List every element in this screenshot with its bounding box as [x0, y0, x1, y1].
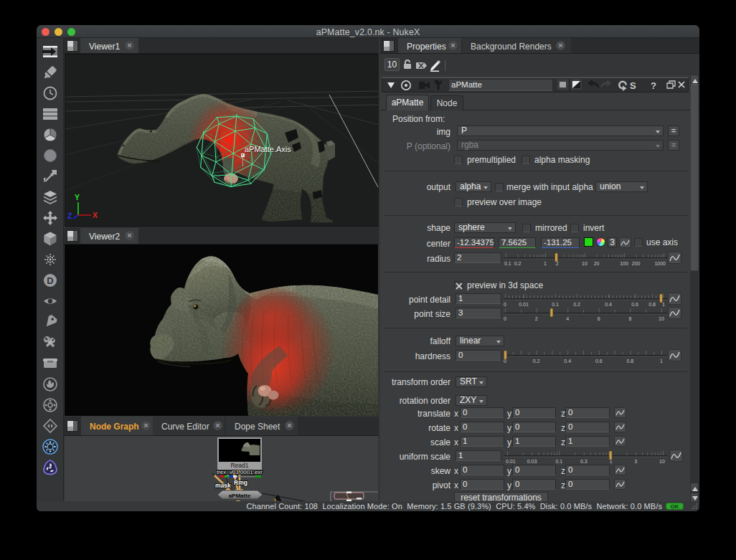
- svg-text:trex_v03.0001.exr: trex_v03.0001.exr: [217, 469, 263, 475]
- svg-text:1: 1: [660, 359, 663, 364]
- svg-text:0.6: 0.6: [595, 359, 603, 364]
- svg-text:8: 8: [628, 316, 631, 321]
- svg-text:0.2: 0.2: [514, 261, 522, 266]
- svg-text:10: 10: [659, 459, 665, 464]
- svg-text:aPMatte.Axis: aPMatte.Axis: [245, 145, 291, 153]
- svg-text:aPMatte: aPMatte: [229, 493, 251, 499]
- svg-text:0.8: 0.8: [627, 359, 634, 364]
- svg-text:0: 0: [504, 316, 506, 321]
- svg-text:100: 100: [620, 261, 628, 266]
- svg-text:1: 1: [544, 261, 547, 266]
- svg-text:4: 4: [566, 316, 569, 321]
- svg-text:0.1: 0.1: [504, 261, 511, 266]
- svg-text:0.1: 0.1: [555, 459, 562, 464]
- svg-text:Z: Z: [67, 212, 72, 220]
- svg-text:Y: Y: [75, 193, 80, 201]
- svg-text:200: 200: [632, 261, 641, 266]
- svg-text:D: D: [47, 275, 53, 286]
- svg-text:2: 2: [535, 316, 538, 321]
- svg-text:10: 10: [659, 316, 664, 321]
- svg-text:?: ?: [651, 80, 656, 91]
- svg-text:1000: 1000: [654, 261, 666, 266]
- svg-text:10: 10: [582, 261, 588, 266]
- svg-text:mask: mask: [215, 482, 231, 489]
- svg-text:6: 6: [598, 316, 600, 321]
- svg-text:0.01: 0.01: [506, 459, 516, 464]
- svg-text:3: 3: [634, 459, 637, 464]
- svg-text:X: X: [93, 211, 98, 219]
- svg-text:Rmg: Rmg: [234, 479, 247, 486]
- svg-text:20: 20: [594, 261, 600, 266]
- svg-text:Read1: Read1: [230, 462, 248, 469]
- svg-text:0.2: 0.2: [533, 359, 540, 364]
- svg-text:0.03: 0.03: [527, 459, 537, 464]
- svg-text:S: S: [630, 80, 636, 91]
- svg-text:0.3: 0.3: [580, 459, 588, 464]
- svg-text:0.4: 0.4: [564, 359, 571, 364]
